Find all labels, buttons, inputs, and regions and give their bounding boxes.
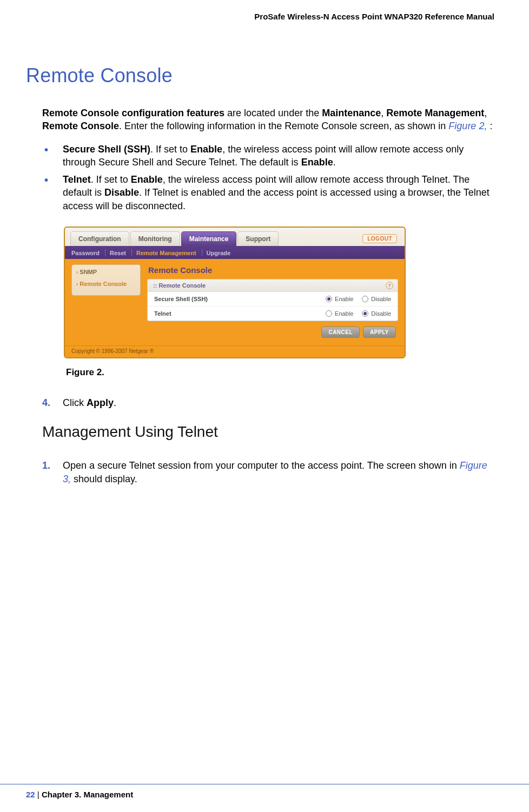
top-tabs: Configuration Monitoring Maintenance Sup… — [65, 228, 405, 247]
footer-sep: | — [35, 790, 42, 799]
figure-2-link[interactable]: Figure 2, — [448, 121, 487, 131]
page-number: 22 — [26, 790, 35, 799]
radio-off-icon — [362, 296, 368, 302]
subsection-title: Management Using Telnet — [42, 423, 494, 441]
side-nav: ›SNMP ›Remote Console — [71, 264, 141, 296]
action-buttons: CANCEL APPLY — [147, 321, 398, 339]
side-remote-console[interactable]: ›Remote Console — [72, 278, 140, 290]
bullet-telnet: Telnet. If set to Enable, the wireless a… — [42, 173, 494, 212]
telnet-enable-option[interactable]: Enable — [326, 310, 353, 317]
radio-on-icon — [326, 296, 332, 302]
remote-console-panel: :: Remote Console ? Secure Shell (SSH) E… — [147, 279, 398, 321]
radio-off-icon — [326, 310, 332, 317]
ssh-enable-option[interactable]: Enable — [326, 296, 353, 302]
page-footer: 22 | Chapter 3. Management — [0, 784, 529, 799]
subnav-password[interactable]: Password — [71, 250, 105, 256]
step-4: 4. Click Apply. — [42, 396, 494, 409]
sub-nav: Password Reset Remote Management Upgrade — [65, 247, 405, 259]
step-1: 1. Open a secure Telnet session from you… — [42, 459, 494, 485]
step-list-4: 4. Click Apply. — [42, 396, 494, 409]
tab-support[interactable]: Support — [237, 231, 279, 246]
step-list-1: 1. Open a secure Telnet session from you… — [42, 459, 494, 485]
section-title: Remote Console — [26, 64, 494, 87]
label-telnet: Telnet — [154, 310, 317, 317]
ssh-disable-option[interactable]: Disable — [362, 296, 391, 302]
label-ssh: Secure Shell (SSH) — [154, 296, 317, 302]
intro-bold-phrase: Remote Console configuration features — [42, 108, 224, 118]
figure-2-container: Configuration Monitoring Maintenance Sup… — [64, 227, 494, 378]
intro-bold-maintenance: Maintenance — [322, 108, 381, 118]
step-number: 4. — [42, 396, 50, 409]
tab-configuration[interactable]: Configuration — [70, 231, 129, 246]
apply-button[interactable]: APPLY — [363, 327, 396, 338]
page-content: Remote Console Remote Console configurat… — [0, 21, 529, 485]
step-number: 1. — [42, 459, 50, 472]
bullet-ssh: Secure Shell (SSH). If set to Enable, th… — [42, 143, 494, 169]
bullet-list: Secure Shell (SSH). If set to Enable, th… — [42, 143, 494, 212]
intro-paragraph: Remote Console configuration features ar… — [42, 107, 494, 133]
chevron-right-icon: › — [76, 269, 78, 275]
panel-title: Remote Console — [148, 265, 398, 275]
chapter-label: Chapter 3. Management — [42, 790, 133, 799]
page-header: ProSafe Wireless-N Access Point WNAP320 … — [0, 0, 529, 21]
subnav-reset[interactable]: Reset — [110, 250, 132, 256]
side-snmp[interactable]: ›SNMP — [72, 266, 140, 278]
figure-caption: Figure 2. — [66, 367, 494, 378]
copyright: Copyright © 1996-2007 Netgear ® — [65, 345, 405, 357]
radio-on-icon — [362, 310, 368, 317]
telnet-disable-option[interactable]: Disable — [362, 310, 391, 317]
tab-maintenance[interactable]: Maintenance — [181, 231, 237, 246]
row-telnet: Telnet Enable Disable — [148, 307, 398, 321]
chevron-right-icon: › — [76, 281, 78, 287]
ui-screenshot: Configuration Monitoring Maintenance Sup… — [64, 227, 406, 358]
panel-subhead: :: Remote Console ? — [148, 279, 398, 292]
logout-button[interactable]: LOGOUT — [362, 234, 397, 243]
ui-main: Remote Console :: Remote Console ? Secur… — [147, 264, 398, 339]
row-ssh: Secure Shell (SSH) Enable Disable — [148, 292, 398, 307]
intro-bold-remote-console: Remote Console — [42, 121, 119, 131]
ui-body: ›SNMP ›Remote Console Remote Console :: … — [65, 259, 405, 345]
tab-monitoring[interactable]: Monitoring — [130, 231, 180, 246]
manual-title: ProSafe Wireless-N Access Point WNAP320 … — [254, 12, 494, 21]
intro-bold-remote-mgmt: Remote Management — [386, 108, 484, 118]
subnav-remote-management[interactable]: Remote Management — [136, 250, 202, 256]
help-icon[interactable]: ? — [386, 282, 393, 289]
subnav-upgrade[interactable]: Upgrade — [207, 250, 236, 256]
cancel-button[interactable]: CANCEL — [321, 327, 360, 338]
